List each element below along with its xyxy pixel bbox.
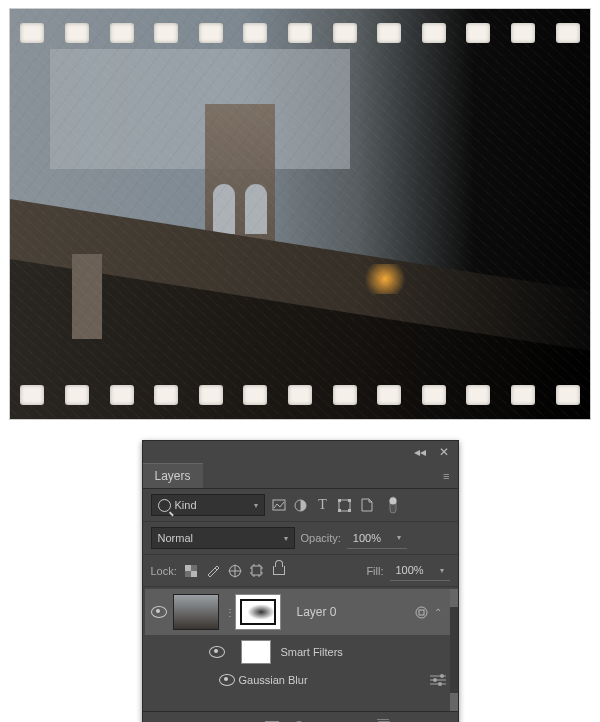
blend-mode-value: Normal xyxy=(158,532,193,544)
lock-artboard-icon[interactable] xyxy=(249,563,265,579)
opacity-input[interactable]: 100% ▾ xyxy=(347,528,407,549)
layer-row[interactable]: ⋮ Layer 0 ⌃ xyxy=(145,589,450,635)
layer-mask-thumbnail[interactable] xyxy=(235,594,281,630)
svg-point-18 xyxy=(438,682,442,686)
filter-options-icon[interactable] xyxy=(430,674,446,686)
layers-panel: ◂◂ ✕ Layers ≡ Kind ▾ T Normal ▾ Opacity:… xyxy=(142,440,459,722)
close-icon[interactable]: ✕ xyxy=(436,444,452,460)
filter-name: Gaussian Blur xyxy=(239,674,308,686)
eye-icon xyxy=(219,674,235,686)
film-scratch-overlay xyxy=(10,9,590,419)
smart-object-icon xyxy=(414,604,430,620)
layer-list: ⋮ Layer 0 ⌃ Smart Filters Gaussian Blur xyxy=(143,589,458,711)
document-preview xyxy=(9,8,591,420)
svg-point-17 xyxy=(433,678,437,682)
panel-header: ◂◂ ✕ xyxy=(143,441,458,463)
expand-filters-icon[interactable]: ⌃ xyxy=(434,607,442,618)
filter-type-label: Kind xyxy=(175,499,197,511)
opacity-value: 100% xyxy=(353,532,381,544)
filter-pixel-icon[interactable] xyxy=(271,497,287,513)
fill-value: 100% xyxy=(396,564,424,576)
chevron-down-icon: ▾ xyxy=(284,534,288,543)
svg-point-14 xyxy=(416,607,427,618)
lock-all-icon[interactable] xyxy=(271,563,287,579)
smart-filters-label: Smart Filters xyxy=(281,646,343,658)
lock-position-icon[interactable] xyxy=(227,563,243,579)
svg-rect-6 xyxy=(348,509,351,512)
filter-shape-icon[interactable] xyxy=(337,497,353,513)
svg-rect-3 xyxy=(338,499,341,502)
smart-filters-row[interactable]: Smart Filters xyxy=(143,637,458,667)
film-sprockets-top xyxy=(10,19,590,47)
filter-type-select[interactable]: Kind ▾ xyxy=(151,494,265,516)
blend-mode-select[interactable]: Normal ▾ xyxy=(151,527,295,549)
filter-mask-thumbnail[interactable] xyxy=(241,640,271,664)
filter-toggle-switch[interactable] xyxy=(385,497,401,513)
panel-footer: ⌘ fx▾ ▾ xyxy=(143,711,458,722)
svg-point-8 xyxy=(389,498,396,505)
lock-label: Lock: xyxy=(151,565,177,577)
chevron-down-icon: ▾ xyxy=(397,533,401,542)
svg-rect-13 xyxy=(252,566,261,575)
visibility-toggle[interactable] xyxy=(145,606,173,618)
fill-input[interactable]: 100% ▾ xyxy=(390,560,450,581)
eye-icon xyxy=(209,646,225,658)
chevron-down-icon: ▾ xyxy=(254,501,258,510)
opacity-label: Opacity: xyxy=(301,532,341,544)
svg-rect-10 xyxy=(191,571,197,577)
film-sprockets-bottom xyxy=(10,381,590,409)
panel-menu-icon[interactable]: ≡ xyxy=(435,466,457,486)
lock-row: Lock: Fill: 100% ▾ xyxy=(143,555,458,587)
chevron-down-icon: ▾ xyxy=(440,566,444,575)
layer-name[interactable]: Layer 0 xyxy=(297,605,337,619)
svg-rect-5 xyxy=(338,509,341,512)
visibility-toggle[interactable] xyxy=(215,674,239,686)
svg-point-16 xyxy=(440,674,444,678)
eye-icon xyxy=(151,606,167,618)
scroll-up-icon[interactable] xyxy=(450,589,458,607)
filter-type-icon[interactable]: T xyxy=(315,497,331,513)
layer-thumbnail[interactable] xyxy=(173,594,219,630)
visibility-toggle[interactable] xyxy=(203,646,231,658)
fill-label: Fill: xyxy=(366,565,383,577)
search-icon xyxy=(158,499,171,512)
svg-rect-15 xyxy=(419,610,424,615)
scrollbar[interactable] xyxy=(450,589,458,711)
blend-row: Normal ▾ Opacity: 100% ▾ xyxy=(143,522,458,555)
svg-rect-12 xyxy=(185,571,191,577)
svg-rect-11 xyxy=(191,565,197,571)
svg-rect-9 xyxy=(185,565,191,571)
lock-pixels-icon[interactable] xyxy=(205,563,221,579)
tab-layers[interactable]: Layers xyxy=(143,463,203,488)
collapse-icon[interactable]: ◂◂ xyxy=(412,444,428,460)
filter-adjustment-icon[interactable] xyxy=(293,497,309,513)
svg-rect-4 xyxy=(348,499,351,502)
filter-smartobject-icon[interactable] xyxy=(359,497,375,513)
filter-row: Kind ▾ T xyxy=(143,489,458,522)
filter-row-item[interactable]: Gaussian Blur xyxy=(143,667,458,693)
lock-transparency-icon[interactable] xyxy=(183,563,199,579)
mask-link-icon[interactable]: ⋮ xyxy=(225,607,235,618)
svg-rect-0 xyxy=(273,500,285,510)
scroll-down-icon[interactable] xyxy=(450,693,458,711)
